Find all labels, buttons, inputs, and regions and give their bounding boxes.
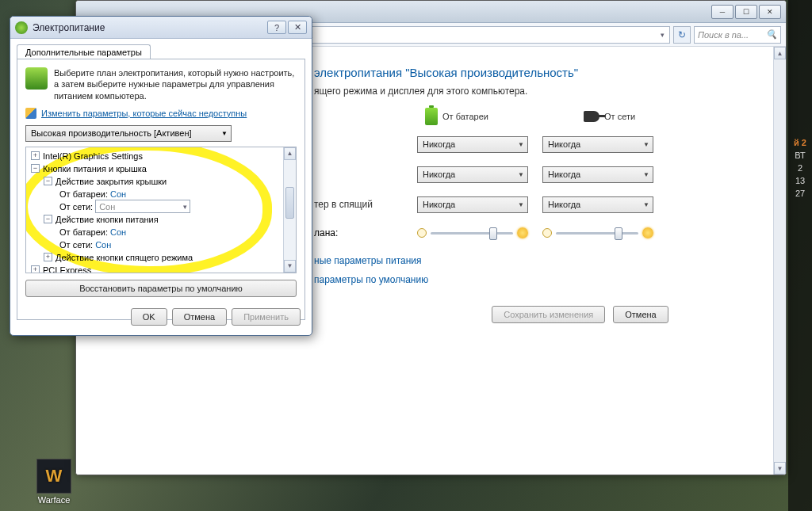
overlay-day: ВТ bbox=[788, 151, 812, 160]
tree-node[interactable]: +Intel(R) Graphics Settings bbox=[28, 150, 294, 162]
expand-icon[interactable]: + bbox=[31, 265, 40, 273]
tab-strip: Дополнительные параметры bbox=[10, 39, 312, 59]
ok-button[interactable]: OK bbox=[131, 308, 167, 326]
tab-advanced[interactable]: Дополнительные параметры bbox=[17, 44, 151, 59]
brightness-slider-battery[interactable] bbox=[417, 225, 528, 241]
shield-icon bbox=[25, 108, 36, 119]
settings-tree[interactable]: +Intel(R) Graphics Settings −Кнопки пита… bbox=[25, 147, 297, 273]
dropdown-battery[interactable]: Никогда bbox=[417, 166, 528, 183]
refresh-button[interactable]: ↻ bbox=[673, 26, 691, 44]
search-input[interactable]: Поиск в па... 🔍 bbox=[694, 26, 781, 44]
tree-node[interactable]: +PCI Express bbox=[28, 264, 294, 273]
sun-bright-icon bbox=[517, 227, 528, 238]
desktop-icon-warface[interactable]: W Warface bbox=[30, 459, 78, 505]
plan-dropdown[interactable]: Высокая производительность [Активен] bbox=[25, 125, 232, 142]
close-button[interactable]: ✕ bbox=[288, 21, 307, 34]
admin-link-row: Изменить параметры, которые сейчас недос… bbox=[25, 108, 297, 119]
battery-col-label: От батареи bbox=[442, 112, 488, 121]
plug-icon bbox=[584, 111, 599, 122]
tree-leaf[interactable]: От сети:Сон bbox=[28, 238, 294, 251]
footer-buttons: Сохранить изменения Отмена bbox=[409, 306, 751, 323]
save-button[interactable]: Сохранить изменения bbox=[492, 306, 605, 323]
page-subtitle: ящего режима и дисплея для этого компьют… bbox=[314, 86, 751, 97]
game-overlay-sidebar: й 2 ВТ 2 13 27 bbox=[788, 0, 812, 511]
sun-dim-icon bbox=[417, 228, 427, 238]
setting-label: тер в спящий bbox=[314, 199, 417, 210]
setting-row-sleep: тер в спящий Никогда Никогда bbox=[314, 195, 751, 214]
dialog-description: Выберите план электропитания, который ну… bbox=[25, 67, 297, 101]
dialog-title: Электропитание bbox=[33, 22, 266, 33]
page-title: электропитания "Высокая производительнос… bbox=[314, 66, 751, 79]
collapse-icon[interactable]: − bbox=[44, 215, 52, 223]
tree-node[interactable]: −Действие закрытия крышки bbox=[28, 175, 294, 188]
scroll-up[interactable]: ▲ bbox=[774, 47, 786, 59]
scroll-down[interactable]: ▼ bbox=[284, 260, 296, 273]
expand-icon[interactable]: + bbox=[31, 151, 40, 160]
plug-col-label: От сети bbox=[604, 112, 635, 121]
tree-node[interactable]: +Действие кнопки спящего режима bbox=[28, 251, 294, 264]
dropdown-battery[interactable]: Никогда bbox=[417, 136, 528, 153]
cancel-button[interactable]: Отмена bbox=[172, 308, 227, 326]
power-icon bbox=[15, 21, 28, 34]
dropdown-battery[interactable]: Никогда bbox=[417, 196, 528, 213]
scroll-thumb[interactable] bbox=[285, 187, 294, 219]
help-button[interactable]: ? bbox=[267, 21, 286, 34]
sun-bright-icon bbox=[642, 227, 653, 238]
search-placeholder: Поиск в па... bbox=[698, 30, 749, 40]
warface-icon: W bbox=[36, 459, 71, 494]
battery-icon bbox=[425, 108, 438, 125]
tree-leaf-active[interactable]: От сети:Сон bbox=[28, 200, 294, 213]
brightness-row: лана: bbox=[314, 225, 751, 241]
scroll-up[interactable]: ▲ bbox=[284, 147, 296, 160]
slider-thumb[interactable] bbox=[615, 227, 622, 240]
sun-dim-icon bbox=[542, 228, 552, 238]
collapse-icon[interactable]: − bbox=[44, 177, 52, 185]
dialog-titlebar[interactable]: Электропитание ? ✕ bbox=[10, 17, 312, 39]
dialog-panel: Выберите план электропитания, который ну… bbox=[17, 59, 305, 320]
restore-defaults-link[interactable]: параметры по умолчанию bbox=[314, 274, 751, 285]
apply-button[interactable]: Применить bbox=[232, 308, 301, 326]
minimize-button[interactable]: ─ bbox=[711, 5, 733, 19]
dropdown-plug[interactable]: Никогда bbox=[542, 166, 653, 183]
tree-node[interactable]: −Кнопки питания и крышка bbox=[28, 162, 294, 175]
brightness-slider-plug[interactable] bbox=[542, 225, 653, 241]
admin-link[interactable]: Изменить параметры, которые сейчас недос… bbox=[41, 109, 247, 118]
setting-row: Никогда Никогда bbox=[314, 165, 751, 184]
battery-large-icon bbox=[25, 67, 48, 90]
window-scrollbar[interactable]: ▲ ▼ bbox=[773, 47, 786, 475]
advanced-power-link[interactable]: ные параметры питания bbox=[314, 255, 751, 266]
overlay-header: й 2 bbox=[788, 138, 812, 147]
scroll-down[interactable]: ▼ bbox=[774, 462, 786, 475]
expand-icon[interactable]: + bbox=[44, 253, 52, 261]
setting-row: Никогда Никогда bbox=[314, 135, 751, 154]
overlay-num: 2 bbox=[788, 163, 812, 173]
close-button[interactable]: ✕ bbox=[759, 5, 781, 19]
overlay-num: 27 bbox=[788, 189, 812, 198]
overlay-num: 13 bbox=[788, 176, 812, 185]
tree-node[interactable]: −Действие кнопки питания bbox=[28, 213, 294, 226]
maximize-button[interactable]: ☐ bbox=[735, 5, 757, 19]
desktop-icon-label: Warface bbox=[30, 495, 78, 505]
tree-leaf[interactable]: От батареи:Сон bbox=[28, 226, 294, 238]
dialog-buttons: OK Отмена Применить bbox=[131, 308, 301, 326]
cancel-button[interactable]: Отмена bbox=[613, 306, 668, 323]
tree-leaf[interactable]: От батареи:Сон bbox=[28, 188, 294, 200]
dropdown-plug[interactable]: Никогда bbox=[542, 196, 653, 213]
dropdown-plug[interactable]: Никогда bbox=[542, 136, 653, 153]
tree-scrollbar[interactable]: ▲ ▼ bbox=[283, 147, 296, 273]
power-options-dialog: Электропитание ? ✕ Дополнительные параме… bbox=[10, 16, 312, 336]
description-text: Выберите план электропитания, который ну… bbox=[54, 67, 297, 101]
slider-thumb[interactable] bbox=[489, 227, 497, 240]
search-icon: 🔍 bbox=[766, 29, 777, 40]
column-headers: От батареи От сети bbox=[425, 108, 751, 125]
value-combo[interactable]: Сон bbox=[95, 200, 190, 213]
restore-defaults-button[interactable]: Восстановить параметры по умолчанию bbox=[25, 280, 297, 297]
collapse-icon[interactable]: − bbox=[31, 164, 40, 173]
setting-label: лана: bbox=[314, 227, 417, 238]
